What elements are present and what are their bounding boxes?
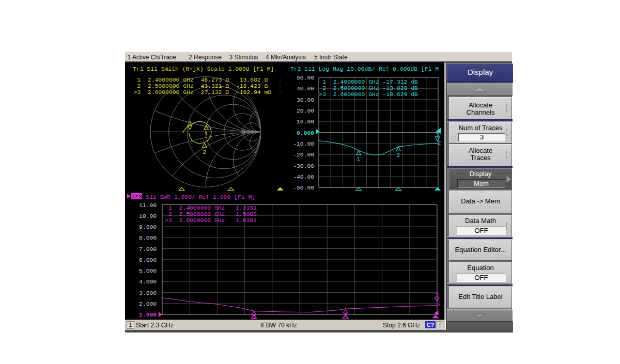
svg-text:2 2.5000000 GHz 1.5080: 2 2.5000000 GHz 1.5080 — [165, 211, 257, 217]
svg-text:>3 2.6000000 GHz 1.8301: >3 2.6000000 GHz 1.8301 — [165, 217, 257, 224]
svg-text:1 2.4000000 GHz 48.273 Ω 1: 1 2.4000000 GHz 48.273 Ω 13.682 Ω — [130, 77, 268, 83]
svg-text:3: 3 — [436, 132, 439, 138]
svg-text:2: 2 — [397, 152, 400, 159]
svg-text:1.000: 1.000 — [139, 312, 157, 318]
svg-text:3.000: 3.000 — [139, 290, 157, 296]
svg-text:40.00: 40.00 — [297, 86, 314, 92]
svg-text::: : — [278, 89, 282, 96]
svg-text:7.000: 7.000 — [139, 246, 157, 252]
svg-text:Tr2 S11 Log Mag 10.00dB/ Ref 0: Tr2 S11 Log Mag 10.00dB/ Ref 0.000dB [F1… — [290, 66, 439, 72]
svg-text:1 2.4000000 GHz -17.312 dB: 1 2.4000000 GHz -17.312 dB — [319, 79, 419, 85]
svg-text:11.00: 11.00 — [139, 202, 157, 209]
svg-text:2: 2 — [438, 140, 441, 146]
svg-text:-40.00: -40.00 — [293, 174, 314, 180]
svg-text:9.000: 9.000 — [139, 224, 157, 230]
svg-text:-20.00: -20.00 — [293, 152, 314, 158]
svg-text:2 2.5000000 GHz 43.321 Ω -1: 2 2.5000000 GHz 43.321 Ω -18.423 Ω — [130, 83, 268, 89]
svg-text:10.00: 10.00 — [297, 119, 314, 125]
svg-text:50.00: 50.00 — [297, 75, 314, 81]
svg-text:4.000: 4.000 — [139, 279, 157, 285]
svg-text:30.00: 30.00 — [297, 97, 314, 103]
svg-text:6.000: 6.000 — [139, 257, 157, 263]
svg-text::: : — [278, 83, 282, 89]
svg-text:3: 3 — [437, 302, 441, 308]
svg-text:-50.00: -50.00 — [293, 185, 314, 191]
svg-text:10.00: 10.00 — [139, 213, 157, 219]
svg-text:1 2.4000000 GHz 1.3151: 1 2.4000000 GHz 1.3151 — [165, 205, 257, 211]
svg-text:1: 1 — [205, 131, 208, 137]
svg-text:20.00: 20.00 — [297, 108, 314, 114]
svg-text:2.000: 2.000 — [139, 301, 157, 307]
svg-text:2 2.5000000 GHz -13.828 dB: 2 2.5000000 GHz -13.828 dB — [319, 85, 419, 91]
svg-text:8.000: 8.000 — [139, 235, 157, 241]
svg-text:-30.00: -30.00 — [293, 163, 314, 169]
svg-text:>3 2.6000000 GHz -10.629 dB: >3 2.6000000 GHz -10.629 dB — [319, 91, 419, 98]
svg-text::: : — [278, 77, 282, 83]
svg-text:2: 2 — [203, 149, 206, 155]
svg-text:S11 SWR 1.000/ Ref 1.000 [F1 M: S11 SWR 1.000/ Ref 1.000 [F1 M] — [146, 194, 255, 200]
svg-text:3: 3 — [435, 292, 439, 298]
svg-text:Tr3: Tr3 — [131, 194, 142, 200]
svg-text:-10.00: -10.00 — [293, 141, 314, 147]
svg-text:0.000: 0.000 — [297, 130, 314, 136]
svg-text:5.000: 5.000 — [139, 268, 157, 274]
svg-text:>3 2.6000000 GHz 27.132 Ω -: >3 2.6000000 GHz 27.132 Ω -192.94 mΩ — [130, 89, 272, 96]
svg-text:1: 1 — [357, 156, 361, 162]
svg-text:Tr1 S11 Smith (R+jX) Scale 1.0: Tr1 S11 Smith (R+jX) Scale 1.000U [F1 M] — [133, 66, 274, 72]
